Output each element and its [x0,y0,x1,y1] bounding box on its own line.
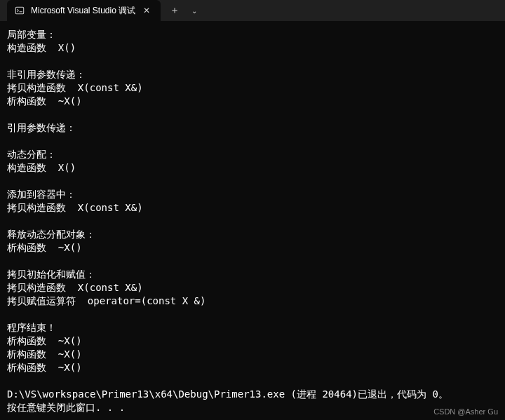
console-line [7,55,498,68]
console-line: 拷贝构造函数 X(const X&) [7,201,498,215]
console-line [7,175,498,188]
title-bar: Microsoft Visual Studio 调试 ✕ ＋ ⌄ [0,0,505,21]
active-tab[interactable]: Microsoft Visual Studio 调试 ✕ [7,0,161,21]
console-line [7,108,498,121]
new-tab-button[interactable]: ＋ [165,1,184,20]
tab-dropdown-button[interactable]: ⌄ [184,1,204,20]
console-line: 按任意键关闭此窗口. . . [7,401,498,414]
tab-title: Microsoft Visual Studio 调试 [31,5,135,17]
console-line: 拷贝赋值运算符 operator=(const X &) [7,294,498,308]
console-line [7,135,498,148]
console-line: 析构函数 ~X() [7,361,498,374]
console-line: 释放动态分配对象： [7,228,498,241]
console-line: 局部变量： [7,28,498,41]
console-line: 程序结束！ [7,321,498,334]
console-line: 析构函数 ~X() [7,334,498,348]
console-line: 拷贝构造函数 X(const X&) [7,81,498,95]
console-line: 添加到容器中： [7,188,498,201]
console-line [7,255,498,268]
console-line: 析构函数 ~X() [7,348,498,361]
console-line: 构造函数 X() [7,161,498,175]
console-line: 拷贝初始化和赋值： [7,268,498,281]
console-line: 析构函数 ~X() [7,241,498,255]
console-line: 动态分配： [7,148,498,161]
console-line: 析构函数 ~X() [7,95,498,108]
close-tab-button[interactable]: ✕ [141,5,152,16]
console-output: 局部变量：构造函数 X() 非引用参数传递：拷贝构造函数 X(const X&)… [0,21,505,420]
terminal-icon [14,5,25,16]
svg-rect-0 [15,7,23,14]
console-line: 非引用参数传递： [7,68,498,81]
console-line [7,308,498,321]
console-line: 引用参数传递： [7,121,498,135]
console-line [7,374,498,388]
console-line [7,215,498,228]
console-line: 构造函数 X() [7,41,498,55]
console-line: 拷贝构造函数 X(const X&) [7,281,498,294]
watermark: CSDN @Asher Gu [433,407,498,416]
console-line: D:\VS\workspace\Primer13\x64\Debug\Prime… [7,388,498,401]
